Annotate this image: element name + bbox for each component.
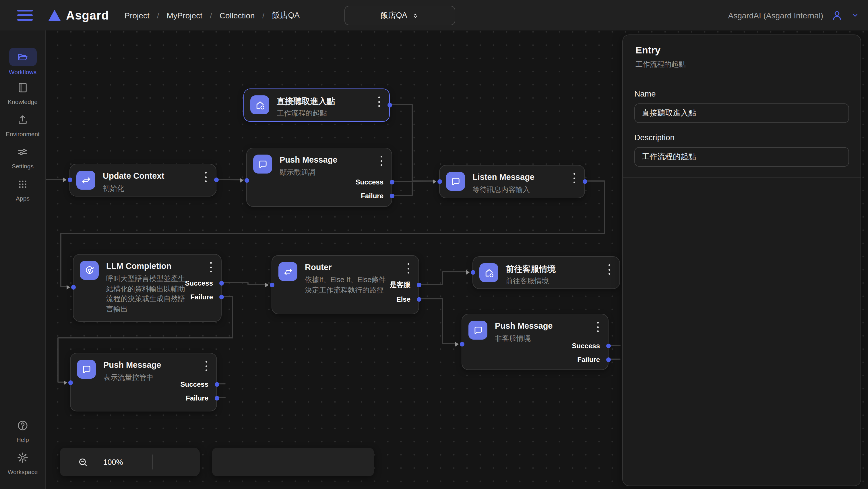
output-port[interactable]: [214, 396, 219, 401]
node-subtitle: 呼叫大型語言模型並產生結構化的資料輸出以輔助流程的決策或生成自然語言輸出: [106, 274, 188, 314]
name-field[interactable]: [634, 104, 849, 123]
output-port[interactable]: [582, 179, 587, 184]
output-label: Else: [396, 295, 410, 304]
output-port[interactable]: [219, 281, 224, 286]
sidebar-item-apps[interactable]: Apps: [0, 177, 45, 201]
kebab-menu-icon[interactable]: [207, 261, 215, 273]
output-port[interactable]: [214, 177, 218, 182]
input-port[interactable]: [437, 179, 442, 184]
node-subtitle: 等待訊息內容輸入: [472, 185, 530, 195]
chat-bubble-icon: [253, 154, 272, 174]
node-title: Push Message: [103, 360, 161, 370]
sidebar-item-environment[interactable]: Environment: [0, 113, 45, 137]
kebab-menu-icon[interactable]: [202, 171, 210, 183]
output-port[interactable]: [214, 382, 219, 387]
llm-icon: [80, 261, 99, 280]
output-port[interactable]: [390, 180, 394, 184]
top-bar: Asgard Project/MyProject/Collection/飯店QA…: [0, 0, 868, 30]
node-subtitle: 顯示歡迎詞: [280, 168, 315, 178]
user-icon[interactable]: [831, 9, 843, 22]
breadcrumb-item-3[interactable]: 飯店QA: [272, 10, 299, 20]
book-icon: [17, 81, 29, 94]
output-port[interactable]: [606, 344, 611, 348]
kebab-menu-icon[interactable]: [404, 263, 412, 274]
help-icon: [17, 418, 29, 432]
menu-icon[interactable]: [17, 9, 33, 21]
sidebar-item-workflows[interactable]: Workflows: [0, 48, 45, 75]
node-entry[interactable]: 直接聽取進入點工作流程的起點: [243, 88, 390, 122]
node-listen[interactable]: Listen Message等待訊息內容輸入: [439, 165, 585, 198]
chevrons-updown-icon: [412, 12, 420, 19]
breadcrumb-separator: /: [210, 11, 212, 20]
node-router[interactable]: Router依據If、Else If、Else條件決定工作流程執行的路徑是客服E…: [272, 255, 419, 314]
chevron-down-icon[interactable]: [851, 11, 859, 20]
node-push2[interactable]: Push Message非客服情境SuccessFailure: [462, 314, 609, 370]
node-goto_cs[interactable]: 前往客服情境前往客服情境: [472, 256, 620, 289]
sidebar-item-knowledge[interactable]: Knowledge: [0, 81, 45, 105]
sidebar-item-help[interactable]: Help: [0, 418, 45, 443]
output-port[interactable]: [387, 103, 392, 108]
output-label: Failure: [361, 192, 383, 200]
kebab-menu-icon[interactable]: [570, 172, 578, 184]
output-port[interactable]: [606, 357, 611, 362]
breadcrumb-item-2[interactable]: Collection: [220, 11, 255, 20]
input-port[interactable]: [71, 285, 75, 290]
account-label: AsgardAI (Asgard Internal): [728, 11, 824, 20]
node-title: Update Context: [103, 171, 164, 180]
node-update_context[interactable]: Update Context初始化: [69, 164, 216, 197]
upload-icon: [17, 113, 29, 126]
kebab-menu-icon[interactable]: [594, 321, 601, 333]
grid-icon: [17, 177, 29, 191]
breadcrumb-separator: /: [262, 11, 265, 20]
node-subtitle: 前往客服情境: [506, 277, 549, 286]
output-label: Failure: [577, 356, 600, 364]
input-port[interactable]: [270, 283, 274, 287]
sidebar-item-label: Workflows: [0, 68, 45, 75]
description-field[interactable]: [634, 147, 849, 167]
input-port[interactable]: [470, 270, 475, 275]
sidebar-item-label: Help: [0, 436, 45, 443]
inspector-panel: Entry 工作流程的起點 Name Description: [622, 34, 861, 486]
asgard-logo-icon: [48, 9, 61, 21]
sidebar-item-settings[interactable]: Settings: [0, 145, 45, 169]
workflow-selector-value: 飯店QA: [380, 10, 407, 21]
output-label: Success: [181, 380, 208, 389]
sidebar-item-label: Knowledge: [0, 98, 45, 105]
output-port[interactable]: [390, 194, 394, 198]
kebab-menu-icon[interactable]: [375, 96, 383, 108]
kebab-menu-icon[interactable]: [377, 155, 385, 167]
output-port[interactable]: [219, 295, 224, 299]
sidebar-item-label: Apps: [0, 195, 45, 201]
output-port[interactable]: [416, 297, 421, 302]
node-push3[interactable]: Push Message表示流量控管中SuccessFailure: [70, 353, 217, 411]
node-push1[interactable]: Push Message顯示歡迎詞SuccessFailure: [246, 148, 392, 207]
sliders-icon: [17, 145, 29, 159]
home-plus-icon: [479, 263, 498, 282]
kebab-menu-icon[interactable]: [605, 264, 613, 275]
node-title: Router: [305, 263, 332, 272]
sidebar-item-label: Environment: [0, 130, 45, 137]
folder-icon: [17, 50, 29, 64]
name-label: Name: [634, 89, 849, 98]
workflow-selector[interactable]: 飯店QA: [344, 6, 455, 25]
breadcrumb-item-0[interactable]: Project: [125, 11, 150, 20]
node-title: 前往客服情境: [506, 264, 556, 275]
zoom-out-icon[interactable]: [78, 457, 89, 467]
gear-icon: [17, 451, 29, 464]
node-subtitle: 初始化: [103, 184, 124, 194]
output-label: Failure: [186, 394, 208, 402]
zoom-toolbar: 100%: [60, 448, 200, 477]
node-title: Listen Message: [472, 172, 534, 181]
output-port[interactable]: [416, 283, 421, 287]
input-port[interactable]: [68, 380, 73, 385]
input-port[interactable]: [244, 178, 249, 183]
breadcrumb-item-1[interactable]: MyProject: [166, 11, 202, 20]
input-port[interactable]: [67, 177, 72, 182]
node-title: 直接聽取進入點: [277, 96, 335, 107]
node-llm[interactable]: LLM Completion呼叫大型語言模型並產生結構化的資料輸出以輔助流程的決…: [73, 254, 222, 322]
sidebar-item-label: Workspace: [0, 468, 45, 475]
kebab-menu-icon[interactable]: [202, 360, 210, 372]
input-port[interactable]: [460, 342, 464, 346]
sidebar-item-workspace[interactable]: Workspace: [0, 451, 45, 475]
account-area: AsgardAI (Asgard Internal): [728, 0, 860, 30]
